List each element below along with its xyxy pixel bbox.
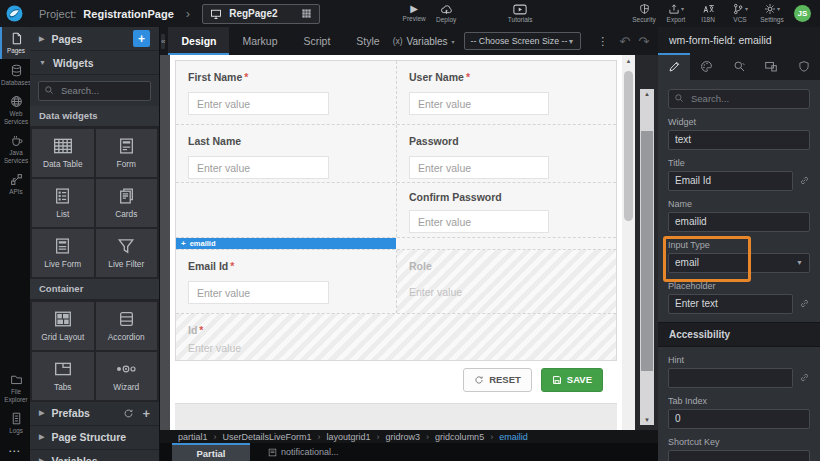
widget-tile-form[interactable]: Form — [96, 129, 158, 177]
firstname-input[interactable] — [188, 92, 329, 115]
breadcrumb-emailid[interactable]: emailid — [499, 432, 528, 442]
refresh-icon[interactable] — [123, 408, 134, 419]
properties-search-input[interactable] — [668, 89, 810, 109]
widget-tile-live-form[interactable]: Live Form — [32, 229, 94, 277]
password-input[interactable] — [409, 156, 549, 179]
hint-input[interactable] — [668, 368, 793, 388]
form-field-confirm-password[interactable]: Confirm Password — [396, 183, 616, 237]
scrollbar-thumb[interactable] — [641, 131, 653, 371]
prefabs-section-header[interactable]: ▶ Prefabs + — [30, 402, 159, 426]
accessibility-section-header[interactable]: Accessibility — [658, 322, 820, 347]
rail-item-apis[interactable]: APIs — [0, 168, 30, 200]
security-button[interactable]: Security — [628, 3, 660, 24]
placeholder-input[interactable] — [668, 294, 793, 314]
breadcrumb-userdetailsliveform1[interactable]: UserDetailsLiveForm1 — [223, 432, 327, 442]
properties-scrollbar[interactable]: ▲ ▼ — [640, 89, 654, 425]
form-field-emailid[interactable]: Email Id* — [176, 250, 396, 313]
redo-button[interactable]: ↷ — [638, 34, 649, 49]
tutorials-button[interactable]: Tutorials — [504, 4, 536, 24]
input-type-select[interactable]: email ▼ — [668, 253, 810, 273]
preview-button[interactable]: ▶ Preview — [398, 4, 430, 23]
deploy-button[interactable]: Deploy — [430, 4, 462, 24]
add-prefab-button[interactable]: + — [142, 406, 150, 421]
rail-item-logs[interactable]: Logs — [0, 407, 30, 439]
tab-script[interactable]: Script — [290, 27, 343, 55]
lastname-input[interactable] — [188, 156, 329, 179]
tab-styles[interactable] — [690, 53, 722, 80]
breadcrumb-gridrow3[interactable]: gridrow3 — [386, 432, 436, 442]
scroll-down-icon[interactable]: ▼ — [640, 415, 654, 423]
rail-item-java-services[interactable]: Java Services — [0, 129, 30, 168]
tab-design[interactable]: Design — [168, 27, 229, 55]
tab-devices[interactable] — [755, 53, 787, 80]
tab-style[interactable]: Style — [343, 27, 392, 55]
variables-section-header[interactable]: ▶ Variables — [30, 450, 159, 461]
page-tab-regpage2[interactable]: RegPage2 — [202, 4, 320, 24]
tab-search-props[interactable] — [723, 53, 755, 80]
rail-item-web-services[interactable]: Web Services — [0, 90, 30, 129]
widget-tile-cards[interactable]: Cards — [96, 179, 158, 227]
username-input[interactable] — [409, 92, 549, 115]
variables-dropdown[interactable]: (x) Variables ▾ — [393, 36, 455, 47]
widget-tile-wizard[interactable]: Wizard — [96, 352, 158, 400]
more-options-button[interactable]: ⋮ — [597, 35, 608, 48]
breadcrumb-layoutgrid1[interactable]: layoutgrid1 — [327, 432, 386, 442]
form-field-username[interactable]: User Name* — [396, 61, 616, 124]
breadcrumb-gridcolumn5[interactable]: gridcolumn5 — [435, 432, 499, 442]
widget-value-input[interactable] — [668, 130, 810, 150]
rail-overflow-button[interactable]: ... — [0, 439, 30, 461]
widget-tile-accordion[interactable]: Accordion — [96, 302, 158, 350]
vcs-button[interactable]: ▾ VCS — [724, 3, 756, 24]
form-field-firstname[interactable]: First Name* — [176, 61, 396, 124]
wavemaker-logo-icon[interactable] — [6, 5, 23, 22]
widget-tile-tabs[interactable]: Tabs — [32, 352, 94, 400]
empty-grid-cell[interactable] — [176, 183, 396, 237]
user-avatar[interactable]: JS — [794, 5, 811, 22]
form-field-role[interactable]: Role Enter value — [396, 250, 616, 313]
open-tab-partial[interactable]: Partial — [172, 443, 250, 461]
settings-button[interactable]: ▾ Settings — [756, 3, 788, 24]
title-input[interactable] — [668, 171, 793, 191]
widget-tile-live-filter[interactable]: Live Filter — [96, 229, 158, 277]
pages-section-header[interactable]: ▶ Pages + — [30, 27, 159, 51]
form-field-password[interactable]: Password — [396, 125, 616, 182]
tab-properties[interactable] — [658, 53, 690, 80]
selected-widget-tag[interactable]: + emailid — [176, 238, 396, 249]
tab-index-input[interactable] — [668, 409, 810, 429]
form-field-lastname[interactable]: Last Name — [176, 125, 396, 182]
collapse-left-panel-button[interactable]: « — [161, 34, 165, 49]
live-form[interactable]: First Name* User Name* Last Name — [175, 60, 617, 361]
scrollbar-thumb[interactable] — [624, 71, 633, 221]
i18n-button[interactable]: I18N — [692, 3, 724, 24]
rail-item-pages[interactable]: Pages — [0, 27, 30, 59]
drag-handle-icon[interactable]: + — [181, 239, 186, 248]
screen-size-select[interactable]: -- Choose Screen Size -- ▼ — [464, 32, 582, 50]
emailid-input[interactable] — [188, 281, 329, 304]
form-field-id[interactable]: Id* Enter value — [176, 314, 616, 360]
undo-button[interactable]: ↶ — [619, 34, 630, 49]
widget-tile-data-table[interactable]: Data Table — [32, 129, 94, 177]
tab-markup[interactable]: Markup — [229, 27, 290, 55]
grid-menu-icon[interactable] — [301, 8, 312, 19]
widgets-section-header[interactable]: ▼ Widgets — [30, 51, 159, 75]
open-tab-notification[interactable]: notificational... — [268, 443, 339, 461]
bind-link-icon[interactable] — [799, 298, 810, 309]
rail-item-file-explorer[interactable]: File Explorer — [0, 368, 30, 407]
add-page-button[interactable]: + — [133, 30, 150, 47]
name-input[interactable] — [668, 212, 810, 232]
rail-item-databases[interactable]: Databases — [0, 59, 30, 91]
widget-tile-grid-layout[interactable]: Grid Layout — [32, 302, 94, 350]
scroll-up-icon[interactable]: ▲ — [622, 55, 635, 64]
confirm-password-input[interactable] — [409, 210, 549, 233]
shortcut-key-input[interactable] — [668, 450, 810, 461]
tab-security[interactable] — [788, 53, 820, 80]
widget-search-input[interactable] — [38, 81, 151, 101]
reset-button[interactable]: RESET — [463, 368, 532, 392]
bind-link-icon[interactable] — [799, 175, 810, 186]
scroll-up-icon[interactable]: ▲ — [640, 89, 654, 97]
save-form-button[interactable]: SAVE — [541, 368, 603, 392]
canvas-scrollbar[interactable]: ▲ — [622, 55, 635, 430]
export-button[interactable]: ▾ Export — [660, 3, 692, 24]
page-structure-section-header[interactable]: ▶ Page Structure — [30, 426, 159, 450]
breadcrumb-partial1[interactable]: partial1 — [178, 432, 223, 442]
